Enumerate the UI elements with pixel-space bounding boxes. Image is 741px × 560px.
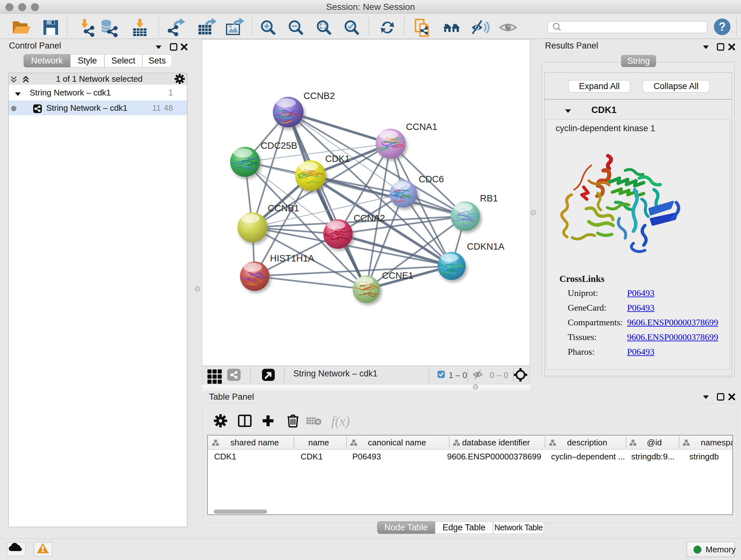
svg-text:CCNA1: CCNA1 [406, 122, 437, 132]
svg-text:HIST1H1A: HIST1H1A [270, 253, 314, 263]
svg-text:CDKN1A: CDKN1A [467, 241, 504, 252]
svg-text:CDC25B: CDC25B [261, 140, 297, 151]
svg-text:CDK1: CDK1 [325, 153, 350, 164]
svg-text:CCNB1: CCNB1 [268, 203, 299, 213]
svg-text:CDC6: CDC6 [419, 174, 444, 184]
svg-text:CCNA2: CCNA2 [354, 213, 385, 223]
svg-text:CCNB2: CCNB2 [304, 91, 335, 101]
svg-text:CCNE1: CCNE1 [382, 270, 413, 281]
svg-text:?: ? [719, 20, 726, 33]
svg-text:RB1: RB1 [480, 193, 498, 203]
